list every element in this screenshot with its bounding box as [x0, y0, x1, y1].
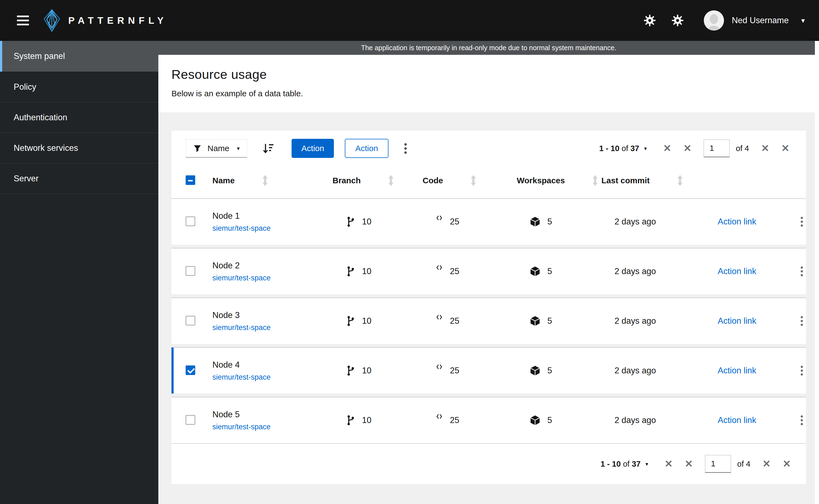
row-kebab-icon[interactable] [798, 214, 806, 229]
toolbar-kebab-icon[interactable] [402, 140, 410, 157]
cube-icon [530, 216, 540, 227]
column-header-workspaces[interactable]: Workspaces [517, 175, 601, 186]
banner-text: The application is temporarily in read-o… [361, 44, 616, 52]
row-action-link[interactable]: Action link [708, 266, 756, 276]
workspaces-cell: 5 [517, 266, 601, 277]
last-commit-cell: 2 days ago [601, 415, 708, 425]
cube-icon [530, 415, 540, 426]
code-branch-icon [346, 216, 355, 227]
node-name: Node 2 [213, 261, 333, 271]
row-kebab-icon[interactable] [798, 363, 806, 378]
column-header-last-commit[interactable]: Last commit [601, 175, 708, 186]
sidebar-item-authentication[interactable]: Authentication [0, 102, 158, 133]
help-gear-icon[interactable] [668, 11, 688, 30]
node-space-link[interactable]: siemur/test-space [213, 323, 333, 332]
user-menu-caret-down-icon[interactable]: ▾ [801, 16, 805, 25]
column-header-name[interactable]: Name [213, 175, 333, 186]
avatar [704, 10, 724, 31]
row-checkbox[interactable] [185, 217, 195, 226]
secondary-action-button[interactable]: Action [345, 139, 388, 158]
last-commit-cell: 2 days ago [601, 266, 708, 276]
code-cell: 25 [423, 316, 517, 326]
node-space-link[interactable]: siemur/test-space [213, 224, 333, 233]
row-kebab-icon[interactable] [798, 413, 806, 428]
sort-updown-icon [677, 175, 683, 186]
last-commit-cell: 2 days ago [601, 316, 708, 326]
per-page-caret-down-icon[interactable]: ▾ [646, 461, 648, 467]
node-space-link[interactable]: siemur/test-space [213, 373, 333, 382]
table-body: Node 1 siemur/test-space 10 25 [171, 198, 806, 443]
sidebar-nav: System panelPolicyAuthenticationNetwork … [0, 41, 158, 504]
current-page-input[interactable] [704, 139, 730, 157]
filter-dropdown[interactable]: Name ▾ [185, 139, 247, 158]
code-branch-icon [346, 365, 355, 376]
node-space-link[interactable]: siemur/test-space [213, 274, 333, 282]
node-name: Node 5 [213, 410, 333, 419]
row-action-link[interactable]: Action link [708, 415, 756, 425]
pagination-summary: 1 - 10 of 37 [600, 460, 641, 469]
cube-icon [530, 316, 540, 326]
nav-toggle-hamburger-icon[interactable] [14, 13, 32, 28]
branch-cell: 10 [333, 216, 423, 227]
page-title: Resource usage [171, 67, 806, 82]
cube-icon [530, 266, 540, 277]
row-checkbox[interactable] [185, 266, 195, 276]
row-checkbox[interactable] [185, 415, 195, 425]
node-space-link[interactable]: siemur/test-space [213, 423, 333, 431]
scrollbar-track[interactable] [815, 41, 819, 504]
sidebar-item-policy[interactable]: Policy [0, 72, 158, 102]
row-checkbox[interactable] [185, 365, 195, 375]
table-header-row: Name Branch Code [171, 166, 806, 195]
branch-cell: 10 [333, 365, 423, 376]
column-header-branch[interactable]: Branch [333, 175, 423, 186]
settings-gear-icon[interactable] [640, 11, 660, 30]
table-row: Node 5 siemur/test-space 10 25 [171, 397, 806, 443]
sidebar-item-server[interactable]: Server [0, 163, 158, 194]
data-table-card: Name ▾ Action Action [171, 131, 806, 484]
code-icon [436, 214, 443, 221]
previous-page-icon[interactable]: ✕ [683, 143, 692, 154]
row-checkbox[interactable] [185, 316, 195, 325]
cube-icon [530, 365, 540, 376]
last-page-icon[interactable]: ✕ [783, 458, 791, 470]
first-page-icon[interactable]: ✕ [663, 143, 671, 154]
pagination-bottom: 1 - 10 of 37 ▾ ✕ ✕ of 4 ✕ ✕ [600, 455, 791, 473]
workspaces-cell: 5 [517, 216, 601, 227]
primary-action-button[interactable]: Action [292, 139, 334, 158]
column-header-code[interactable]: Code [423, 175, 517, 186]
code-cell: 25 [423, 266, 517, 276]
code-icon [436, 363, 443, 370]
row-kebab-icon[interactable] [798, 313, 806, 329]
sort-updown-icon [592, 175, 598, 186]
sort-updown-icon [388, 175, 394, 186]
sidebar-item-system-panel[interactable]: System panel [0, 41, 158, 72]
sort-button[interactable] [263, 143, 274, 154]
branch-cell: 10 [333, 266, 423, 277]
last-page-icon[interactable]: ✕ [781, 143, 790, 154]
content-area: Name ▾ Action Action [158, 112, 819, 504]
table-toolbar: Name ▾ Action Action [171, 131, 806, 166]
filter-dropdown-label: Name [208, 144, 229, 153]
first-page-icon[interactable]: ✕ [665, 458, 673, 470]
current-page-input[interactable] [705, 455, 731, 473]
row-kebab-icon[interactable] [798, 264, 806, 279]
branch-cell: 10 [333, 415, 423, 426]
brand-logo[interactable]: PATTERNFLY [43, 9, 167, 32]
code-cell: 25 [423, 366, 517, 376]
maintenance-banner: The application is temporarily in read-o… [158, 41, 819, 55]
next-page-icon[interactable]: ✕ [763, 458, 771, 470]
code-branch-icon [346, 415, 355, 426]
sidebar-item-network-services[interactable]: Network services [0, 133, 158, 163]
select-all-checkbox[interactable] [185, 175, 195, 185]
filter-caret-down-icon: ▾ [237, 145, 240, 152]
row-action-link[interactable]: Action link [708, 366, 756, 375]
row-action-link[interactable]: Action link [708, 316, 756, 326]
per-page-caret-down-icon[interactable]: ▾ [644, 145, 647, 152]
previous-page-icon[interactable]: ✕ [685, 458, 693, 470]
masthead: PATTERNFLY [0, 0, 819, 41]
next-page-icon[interactable]: ✕ [761, 143, 769, 154]
row-action-link[interactable]: Action link [708, 217, 756, 226]
username: Ned Username [732, 16, 788, 25]
pagination-summary: 1 - 10 of 37 [599, 144, 640, 153]
pagination-top: 1 - 10 of 37 ▾ ✕ ✕ of 4 ✕ ✕ [599, 139, 790, 157]
